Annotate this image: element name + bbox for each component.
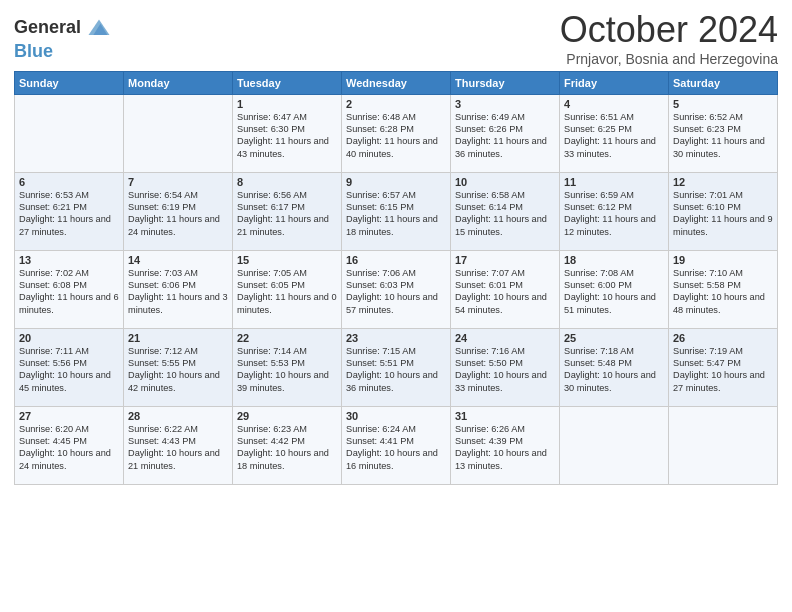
day-number: 16 [346, 254, 446, 266]
day-number: 4 [564, 98, 664, 110]
calendar-cell: 8Sunrise: 6:56 AMSunset: 6:17 PMDaylight… [233, 172, 342, 250]
cell-info: Sunrise: 7:06 AMSunset: 6:03 PMDaylight:… [346, 267, 446, 317]
cell-info: Sunrise: 6:24 AMSunset: 4:41 PMDaylight:… [346, 423, 446, 473]
calendar-cell: 29Sunrise: 6:23 AMSunset: 4:42 PMDayligh… [233, 406, 342, 484]
calendar-cell: 10Sunrise: 6:58 AMSunset: 6:14 PMDayligh… [451, 172, 560, 250]
day-number: 22 [237, 332, 337, 344]
calendar-cell: 9Sunrise: 6:57 AMSunset: 6:15 PMDaylight… [342, 172, 451, 250]
day-number: 1 [237, 98, 337, 110]
day-number: 12 [673, 176, 773, 188]
cell-info: Sunrise: 7:10 AMSunset: 5:58 PMDaylight:… [673, 267, 773, 317]
calendar-cell [15, 94, 124, 172]
day-number: 24 [455, 332, 555, 344]
calendar-cell: 27Sunrise: 6:20 AMSunset: 4:45 PMDayligh… [15, 406, 124, 484]
cell-info: Sunrise: 7:08 AMSunset: 6:00 PMDaylight:… [564, 267, 664, 317]
day-number: 10 [455, 176, 555, 188]
logo: General Blue [14, 14, 113, 62]
calendar-cell: 19Sunrise: 7:10 AMSunset: 5:58 PMDayligh… [669, 250, 778, 328]
calendar-cell: 31Sunrise: 6:26 AMSunset: 4:39 PMDayligh… [451, 406, 560, 484]
logo-text: General [14, 18, 81, 38]
week-row-1: 1Sunrise: 6:47 AMSunset: 6:30 PMDaylight… [15, 94, 778, 172]
cell-info: Sunrise: 6:52 AMSunset: 6:23 PMDaylight:… [673, 111, 773, 161]
calendar-body: 1Sunrise: 6:47 AMSunset: 6:30 PMDaylight… [15, 94, 778, 484]
cell-info: Sunrise: 6:51 AMSunset: 6:25 PMDaylight:… [564, 111, 664, 161]
header-row: Sunday Monday Tuesday Wednesday Thursday… [15, 71, 778, 94]
col-sunday: Sunday [15, 71, 124, 94]
calendar-header: Sunday Monday Tuesday Wednesday Thursday… [15, 71, 778, 94]
day-number: 7 [128, 176, 228, 188]
cell-info: Sunrise: 7:18 AMSunset: 5:48 PMDaylight:… [564, 345, 664, 395]
calendar-cell: 14Sunrise: 7:03 AMSunset: 6:06 PMDayligh… [124, 250, 233, 328]
calendar-cell: 25Sunrise: 7:18 AMSunset: 5:48 PMDayligh… [560, 328, 669, 406]
calendar-cell: 5Sunrise: 6:52 AMSunset: 6:23 PMDaylight… [669, 94, 778, 172]
cell-info: Sunrise: 6:47 AMSunset: 6:30 PMDaylight:… [237, 111, 337, 161]
calendar-cell: 16Sunrise: 7:06 AMSunset: 6:03 PMDayligh… [342, 250, 451, 328]
cell-info: Sunrise: 7:12 AMSunset: 5:55 PMDaylight:… [128, 345, 228, 395]
day-number: 31 [455, 410, 555, 422]
day-number: 6 [19, 176, 119, 188]
cell-info: Sunrise: 6:59 AMSunset: 6:12 PMDaylight:… [564, 189, 664, 239]
cell-info: Sunrise: 6:54 AMSunset: 6:19 PMDaylight:… [128, 189, 228, 239]
calendar-cell: 26Sunrise: 7:19 AMSunset: 5:47 PMDayligh… [669, 328, 778, 406]
cell-info: Sunrise: 6:23 AMSunset: 4:42 PMDaylight:… [237, 423, 337, 473]
calendar-cell: 21Sunrise: 7:12 AMSunset: 5:55 PMDayligh… [124, 328, 233, 406]
week-row-5: 27Sunrise: 6:20 AMSunset: 4:45 PMDayligh… [15, 406, 778, 484]
cell-info: Sunrise: 6:57 AMSunset: 6:15 PMDaylight:… [346, 189, 446, 239]
calendar-cell: 28Sunrise: 6:22 AMSunset: 4:43 PMDayligh… [124, 406, 233, 484]
calendar-cell: 1Sunrise: 6:47 AMSunset: 6:30 PMDaylight… [233, 94, 342, 172]
week-row-2: 6Sunrise: 6:53 AMSunset: 6:21 PMDaylight… [15, 172, 778, 250]
day-number: 17 [455, 254, 555, 266]
cell-info: Sunrise: 7:16 AMSunset: 5:50 PMDaylight:… [455, 345, 555, 395]
cell-info: Sunrise: 6:22 AMSunset: 4:43 PMDaylight:… [128, 423, 228, 473]
cell-info: Sunrise: 7:19 AMSunset: 5:47 PMDaylight:… [673, 345, 773, 395]
day-number: 9 [346, 176, 446, 188]
logo-icon [85, 14, 113, 42]
cell-info: Sunrise: 7:05 AMSunset: 6:05 PMDaylight:… [237, 267, 337, 317]
calendar-cell: 15Sunrise: 7:05 AMSunset: 6:05 PMDayligh… [233, 250, 342, 328]
day-number: 8 [237, 176, 337, 188]
day-number: 5 [673, 98, 773, 110]
cell-info: Sunrise: 6:48 AMSunset: 6:28 PMDaylight:… [346, 111, 446, 161]
col-wednesday: Wednesday [342, 71, 451, 94]
cell-info: Sunrise: 6:26 AMSunset: 4:39 PMDaylight:… [455, 423, 555, 473]
cell-info: Sunrise: 6:53 AMSunset: 6:21 PMDaylight:… [19, 189, 119, 239]
day-number: 27 [19, 410, 119, 422]
calendar-cell: 23Sunrise: 7:15 AMSunset: 5:51 PMDayligh… [342, 328, 451, 406]
calendar-cell: 30Sunrise: 6:24 AMSunset: 4:41 PMDayligh… [342, 406, 451, 484]
calendar-table: Sunday Monday Tuesday Wednesday Thursday… [14, 71, 778, 485]
calendar-cell: 7Sunrise: 6:54 AMSunset: 6:19 PMDaylight… [124, 172, 233, 250]
day-number: 19 [673, 254, 773, 266]
cell-info: Sunrise: 6:20 AMSunset: 4:45 PMDaylight:… [19, 423, 119, 473]
calendar-cell: 22Sunrise: 7:14 AMSunset: 5:53 PMDayligh… [233, 328, 342, 406]
cell-info: Sunrise: 7:03 AMSunset: 6:06 PMDaylight:… [128, 267, 228, 317]
calendar-cell [669, 406, 778, 484]
week-row-4: 20Sunrise: 7:11 AMSunset: 5:56 PMDayligh… [15, 328, 778, 406]
day-number: 21 [128, 332, 228, 344]
cell-info: Sunrise: 7:01 AMSunset: 6:10 PMDaylight:… [673, 189, 773, 239]
day-number: 3 [455, 98, 555, 110]
logo-text-blue: Blue [14, 41, 53, 61]
day-number: 18 [564, 254, 664, 266]
cell-info: Sunrise: 7:14 AMSunset: 5:53 PMDaylight:… [237, 345, 337, 395]
col-friday: Friday [560, 71, 669, 94]
header: General Blue October 2024 Prnjavor, Bosn… [14, 10, 778, 67]
day-number: 30 [346, 410, 446, 422]
day-number: 11 [564, 176, 664, 188]
week-row-3: 13Sunrise: 7:02 AMSunset: 6:08 PMDayligh… [15, 250, 778, 328]
day-number: 20 [19, 332, 119, 344]
col-monday: Monday [124, 71, 233, 94]
calendar-cell: 2Sunrise: 6:48 AMSunset: 6:28 PMDaylight… [342, 94, 451, 172]
calendar-cell: 13Sunrise: 7:02 AMSunset: 6:08 PMDayligh… [15, 250, 124, 328]
calendar-cell: 17Sunrise: 7:07 AMSunset: 6:01 PMDayligh… [451, 250, 560, 328]
month-title: October 2024 [560, 10, 778, 50]
cell-info: Sunrise: 6:58 AMSunset: 6:14 PMDaylight:… [455, 189, 555, 239]
page-container: General Blue October 2024 Prnjavor, Bosn… [0, 0, 792, 495]
col-tuesday: Tuesday [233, 71, 342, 94]
location-subtitle: Prnjavor, Bosnia and Herzegovina [560, 51, 778, 67]
cell-info: Sunrise: 7:07 AMSunset: 6:01 PMDaylight:… [455, 267, 555, 317]
day-number: 28 [128, 410, 228, 422]
day-number: 15 [237, 254, 337, 266]
calendar-cell [560, 406, 669, 484]
day-number: 14 [128, 254, 228, 266]
day-number: 26 [673, 332, 773, 344]
